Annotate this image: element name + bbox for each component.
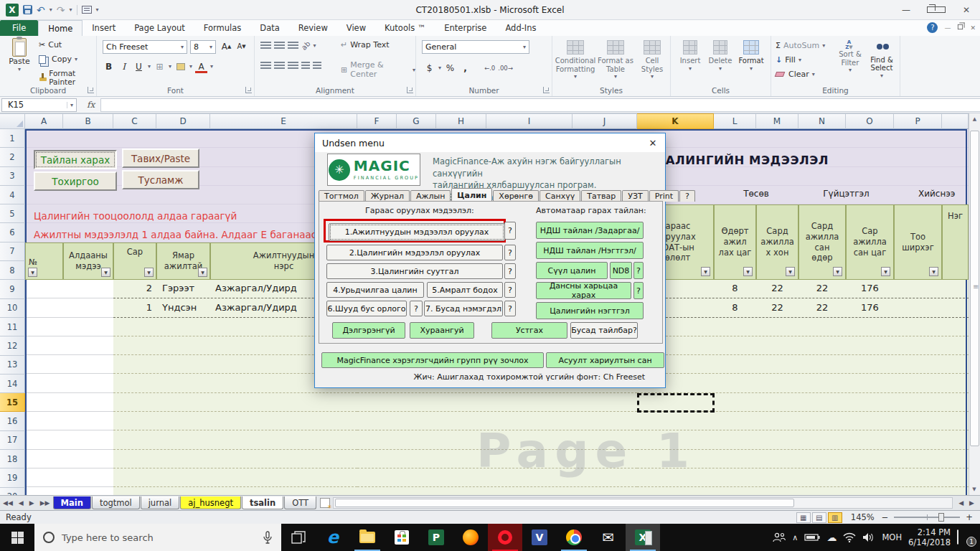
filter-icon[interactable]: ▼ <box>198 268 207 277</box>
taskbar-excel[interactable]: X <box>626 524 660 551</box>
dialog-tab-Татвар[interactable]: Татвар <box>581 190 621 202</box>
dialog-tab-Санхүү[interactable]: Санхүү <box>540 190 580 202</box>
vertical-scroll-thumb[interactable] <box>970 131 979 446</box>
dlg-btn-brief[interactable]: Хураангуй <box>410 322 474 339</box>
row-header-6[interactable]: 6 <box>0 223 25 242</box>
help-button[interactable]: ? <box>504 222 516 240</box>
taskbar-opera[interactable] <box>488 524 522 551</box>
dlg-btn-detailed[interactable]: Дэлгэрэнгүй <box>332 322 405 339</box>
horizontal-scrollbar[interactable] <box>333 497 953 509</box>
help-button[interactable]: ? <box>504 301 516 316</box>
dialog-titlebar[interactable]: Undsen menu ✕ <box>315 133 665 152</box>
dlg-btn-other-explanation[interactable]: Бусад тайлбар? <box>570 322 638 339</box>
sheet-tab-tsalin[interactable]: tsalin <box>242 496 283 509</box>
help-button[interactable]: ? <box>504 282 516 298</box>
row-header-10[interactable]: 10 <box>0 299 25 318</box>
row-header-9[interactable]: 9 <box>0 280 25 298</box>
taskbar-mail[interactable]: ✉ <box>591 524 626 551</box>
cell-M10[interactable]: 22 <box>756 302 798 313</box>
row-header-14[interactable]: 14 <box>0 375 25 393</box>
dialog-tab-?[interactable]: ? <box>679 190 695 202</box>
dlg-btn-nd8[interactable]: ND8 <box>610 262 632 279</box>
cell-N10[interactable]: 22 <box>798 302 846 313</box>
taskbar-clock[interactable]: 2:14 PM6/14/2018 <box>908 527 951 548</box>
help-button[interactable]: ? <box>504 245 516 260</box>
dlg-btn-delete[interactable]: Устгах <box>491 322 567 339</box>
task-view-button[interactable] <box>281 524 316 551</box>
view-normal-button[interactable]: ▦ <box>796 512 811 523</box>
dialog-close-icon[interactable]: ✕ <box>641 133 665 152</box>
row-header-2[interactable]: 2 <box>0 148 25 166</box>
taskbar-project[interactable]: P <box>419 524 453 551</box>
help-button[interactable]: ? <box>504 263 516 279</box>
sheet-tab-OTT[interactable]: OTT <box>284 496 316 509</box>
wifi-icon[interactable] <box>843 532 856 542</box>
paste-sheet-button[interactable]: Тавих/Paste <box>122 149 199 168</box>
taskbar-search[interactable]: Type here to search <box>34 524 281 551</box>
dialog-tab-УЗТ[interactable]: УЗТ <box>622 190 648 202</box>
selected-cell-K15[interactable] <box>637 393 715 413</box>
dlg-btn-vacation-calc[interactable]: 5.Амралт бодох <box>427 282 503 298</box>
language-indicator[interactable]: MOH <box>882 532 902 542</box>
cell-D9[interactable]: Гэрээт <box>162 283 194 293</box>
taskbar-store[interactable] <box>385 524 419 551</box>
taskbar-firefox[interactable] <box>453 524 488 551</box>
cell-O10[interactable]: 176 <box>846 302 894 313</box>
row-header-18[interactable]: 18 <box>0 450 25 468</box>
sheet-tab-togtmol[interactable]: togtmol <box>92 496 140 509</box>
dlg-btn-user-group[interactable]: MagicFinance хэрэглэгчдийн групп рүү зоч… <box>321 352 544 368</box>
taskbar-visio[interactable]: V <box>522 524 557 551</box>
taskbar-file-explorer[interactable] <box>350 524 385 551</box>
filter-icon[interactable]: ▼ <box>929 267 938 276</box>
speaker-icon[interactable] <box>862 532 875 542</box>
dlg-btn-salary-info[interactable]: 2.Цалингийн мэдээлэл оруулах <box>326 245 503 260</box>
filter-icon[interactable]: ▼ <box>28 268 37 277</box>
dlg-btn-salary-summary[interactable]: Цалингийн нэгтгэл <box>536 302 644 319</box>
row-header-20[interactable]: 20 <box>0 488 25 495</box>
taskbar-edge[interactable]: e <box>316 524 350 551</box>
row-header-11[interactable]: 11 <box>0 318 25 336</box>
dialog-tab-Тогтмол[interactable]: Тогтмол <box>319 190 364 202</box>
help-button[interactable]: ? <box>633 282 644 299</box>
row-header-1[interactable]: 1 <box>0 129 25 148</box>
zoom-slider[interactable] <box>894 517 960 518</box>
cell-N9[interactable]: 22 <box>798 283 846 293</box>
zoom-out-icon[interactable]: − <box>882 512 889 522</box>
hscroll-left-icon[interactable]: ◀ <box>956 499 966 507</box>
dlg-btn-other-additions[interactable]: 7. Бусад нэмэгдэл <box>424 301 503 316</box>
row-header-16[interactable]: 16 <box>0 412 25 430</box>
row-header-17[interactable]: 17 <box>0 431 25 450</box>
sheet-tab-Main[interactable]: Main <box>53 496 91 509</box>
dlg-btn-faq[interactable]: Асуулт хариултын сан <box>546 352 664 368</box>
row-header-8[interactable]: 8 <box>0 261 25 280</box>
workbook-close-icon[interactable]: ✕ <box>970 24 976 32</box>
row-header-15[interactable]: 15 <box>0 393 25 412</box>
battery-icon[interactable] <box>804 533 820 542</box>
dialog-tab-Хөрөнгө[interactable]: Хөрөнгө <box>493 190 539 202</box>
horizontal-scroll-thumb[interactable] <box>335 499 794 507</box>
view-page-layout-button[interactable]: ▤ <box>812 512 826 523</box>
taskbar-chrome[interactable] <box>557 524 591 551</box>
row-header-13[interactable]: 13 <box>0 356 25 375</box>
cell-D10[interactable]: Үндсэн <box>162 302 197 313</box>
dlg-btn-account-ratio[interactable]: Дансны харьцаа харах <box>536 282 631 299</box>
report-view-button[interactable]: Тайлан харах <box>34 150 117 169</box>
cell-E9[interactable]: Азжаргал/Удирд <box>215 283 297 293</box>
cell-C10[interactable]: 1 <box>113 302 152 313</box>
cell-L10[interactable]: 8 <box>714 302 756 313</box>
zoom-level[interactable]: 145% <box>851 512 875 522</box>
filter-icon[interactable]: ▼ <box>144 268 154 277</box>
dlg-btn-salary-deduction[interactable]: 3.Цалингийн суутгал <box>326 263 503 279</box>
row-header-5[interactable]: 5 <box>0 204 25 223</box>
filter-icon[interactable]: ▼ <box>881 267 890 276</box>
filter-icon[interactable]: ▼ <box>833 267 842 276</box>
cell-O9[interactable]: 176 <box>846 283 894 293</box>
start-button[interactable] <box>0 524 34 551</box>
view-page-break-button[interactable]: ▥ <box>828 512 842 523</box>
filter-icon[interactable]: ▼ <box>701 267 710 276</box>
filter-icon[interactable]: ▼ <box>786 267 795 276</box>
hidden-icons-chevron[interactable]: ∧ <box>792 533 798 542</box>
help-sheet-button[interactable]: Тусламж <box>122 170 199 189</box>
microphone-icon[interactable] <box>263 531 273 544</box>
dialog-tab-Print[interactable]: Print <box>649 190 679 202</box>
